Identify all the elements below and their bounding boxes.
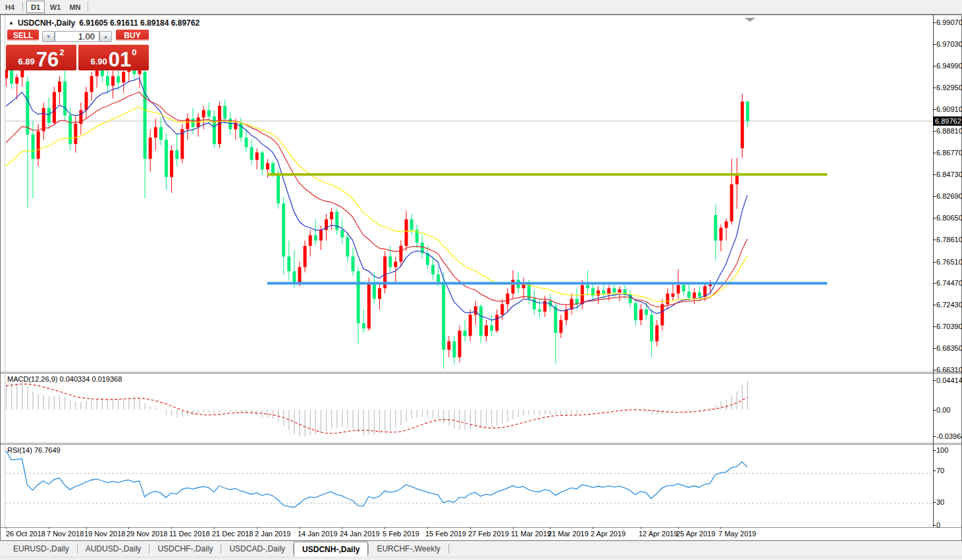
chart-tab-eurusddaily[interactable]: EURUSD-,Daily (5, 541, 77, 557)
date-label: 25 Apr 2019 (676, 530, 715, 538)
candle (271, 163, 275, 174)
ema-line-22 (6, 92, 747, 307)
candle (90, 76, 94, 92)
time-axis-tick (385, 527, 385, 529)
date-label: 11 Dec 2018 (169, 530, 210, 538)
candle (266, 163, 269, 170)
candle (106, 76, 109, 86)
axis-tick (933, 44, 936, 45)
date-label: 27 Feb 2019 (468, 530, 509, 538)
candle (10, 70, 13, 84)
chart-tab-usdcnhdaily[interactable]: USDCNH-,Daily (294, 542, 368, 557)
candle (213, 116, 216, 144)
date-label: 12 Apr 2019 (639, 530, 678, 538)
date-label: 15 Feb 2019 (425, 530, 466, 538)
chart-window-inner: 6.990706.970306.949906.929506.909106.888… (1, 15, 961, 540)
macd-indicator-canvas[interactable] (5, 374, 933, 443)
candle (538, 309, 541, 311)
chart-tab-usdcaddaily[interactable]: USDCAD-,Daily (221, 541, 293, 557)
timeframe-button-h4[interactable]: H4 (1, 1, 19, 13)
axis-tick (933, 88, 936, 88)
axis-tick (933, 380, 936, 381)
candle (144, 72, 147, 159)
candle (175, 151, 178, 159)
axis-label: 6.70390 (936, 322, 962, 330)
time-axis-tick (550, 527, 550, 529)
axis-label: 6.94990 (936, 62, 962, 70)
time-axis-tick (678, 527, 679, 529)
ema-line-34 (6, 107, 747, 302)
axis-tick (933, 109, 936, 110)
candle (192, 118, 195, 127)
candle (277, 174, 280, 203)
candle (117, 76, 120, 83)
time-axis[interactable]: 26 Oct 20187 Nov 201819 Nov 201829 Nov 2… (1, 528, 933, 540)
candle (63, 82, 67, 116)
candle (5, 70, 8, 78)
time-axis-tick (427, 527, 428, 529)
candle (58, 82, 61, 92)
buy-button[interactable]: BUY (116, 30, 149, 41)
axis-label: 70 (936, 467, 944, 474)
horizontal-line-object-0[interactable] (267, 173, 828, 176)
axis-tick (933, 525, 936, 526)
time-axis-tick (513, 527, 514, 529)
chart-tab-audusddaily[interactable]: AUDUSD-,Daily (78, 541, 149, 557)
candle (314, 235, 317, 240)
candle (687, 292, 691, 298)
buy-quote-panel[interactable]: 6.90 01 0 (78, 45, 149, 70)
buy-price-sup: 0 (132, 47, 136, 57)
candle (666, 293, 669, 304)
chart-tab-eurchfweekly[interactable]: EURCHF-,Weekly (369, 541, 448, 557)
chart-tab-usdchfdaily[interactable]: USDCHF-,Daily (149, 541, 221, 557)
sell-price-sup: 2 (59, 47, 64, 57)
axis-label: 0.00 (936, 406, 950, 414)
candle (506, 293, 509, 304)
candle (378, 288, 381, 299)
time-axis-tick (49, 527, 49, 529)
candle (111, 76, 115, 86)
candle (479, 306, 483, 336)
candle (458, 331, 462, 357)
candle (15, 77, 18, 84)
candle (47, 108, 51, 123)
volume-decrease-button[interactable]: ▼ (42, 31, 55, 42)
timeframe-button-w1[interactable]: W1 (46, 1, 65, 13)
rsi-indicator-canvas[interactable] (5, 445, 933, 527)
sell-price-big: 76 (36, 51, 59, 68)
date-label: 19 Nov 2018 (84, 530, 125, 538)
horizontal-line-object-1[interactable] (267, 282, 828, 284)
axis-tick (933, 348, 936, 349)
date-label: 29 Nov 2018 (126, 530, 167, 538)
spinner-down-icon: ▼ (46, 34, 51, 39)
axis-tick (933, 370, 936, 370)
candle (586, 285, 589, 288)
sell-button[interactable]: SELL (7, 30, 39, 41)
candle (490, 325, 493, 330)
candle (202, 110, 205, 117)
candle (607, 288, 610, 293)
candle (239, 123, 242, 138)
sell-quote-panel[interactable]: 6.89 76 2 (6, 45, 76, 70)
candle (602, 290, 605, 293)
chart-title-symbol: USDCNH-,Daily (18, 18, 75, 28)
axis-label: 6.84730 (936, 170, 962, 178)
candle (746, 101, 749, 121)
timeframe-button-mn[interactable]: MN (66, 1, 84, 13)
candle (554, 306, 557, 332)
candle (53, 92, 56, 123)
axis-label: 6.76510 (936, 258, 962, 266)
timeframe-button-d1[interactable]: D1 (26, 1, 45, 13)
candle (32, 134, 35, 159)
candle (255, 153, 259, 160)
axis-tick (933, 471, 936, 471)
volume-increase-button[interactable]: ▲ (99, 31, 112, 42)
toolbar-separator (88, 2, 88, 12)
axis-label: 6.92950 (936, 84, 962, 91)
collapse-arrow-icon[interactable]: ▲ (9, 20, 14, 26)
candle (500, 304, 504, 315)
volume-input[interactable] (55, 31, 99, 42)
candle (309, 235, 312, 245)
candle (37, 132, 40, 159)
spinner-up-icon: ▲ (103, 34, 108, 39)
